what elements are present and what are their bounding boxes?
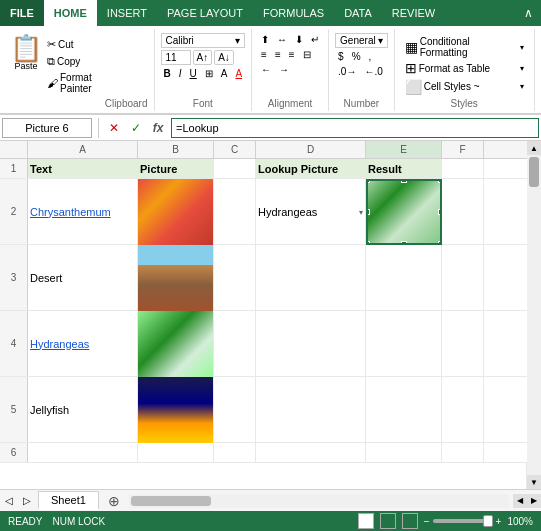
- comma-btn[interactable]: ,: [366, 50, 375, 63]
- cell-D3[interactable]: [256, 245, 366, 310]
- scroll-right-btn[interactable]: ▶: [527, 494, 541, 508]
- cell-D6[interactable]: [256, 443, 366, 462]
- cell-A3[interactable]: Desert: [28, 245, 138, 310]
- cell-E2[interactable]: [366, 179, 442, 245]
- zoom-minus-btn[interactable]: −: [424, 516, 430, 527]
- horiz-scroll-area[interactable]: [129, 494, 509, 508]
- cell-styles-btn[interactable]: ⬜ Cell Styles ~ ▾: [401, 78, 528, 96]
- cell-D1[interactable]: Lookup Picture: [256, 159, 366, 178]
- cell-F6[interactable]: [442, 443, 484, 462]
- currency-btn[interactable]: $: [335, 50, 347, 63]
- page-layout-view-btn[interactable]: [380, 513, 396, 529]
- confirm-btn[interactable]: ✓: [127, 119, 145, 137]
- zoom-slider[interactable]: − +: [424, 516, 502, 527]
- col-header-E[interactable]: E: [366, 141, 442, 158]
- cell-C4[interactable]: [214, 311, 256, 376]
- selection-handle-tm[interactable]: [401, 179, 407, 183]
- cancel-btn[interactable]: ✕: [105, 119, 123, 137]
- tab-insert[interactable]: INSERT: [97, 0, 157, 26]
- cell-C5[interactable]: [214, 377, 256, 442]
- align-right-btn[interactable]: ≡: [286, 48, 298, 61]
- cell-E3[interactable]: [366, 245, 442, 310]
- merge-btn[interactable]: ⊟: [300, 48, 314, 61]
- border-btn[interactable]: ⊞: [202, 67, 216, 80]
- add-sheet-btn[interactable]: ⊕: [103, 492, 125, 510]
- cell-A2[interactable]: Chrysanthemum: [28, 179, 138, 244]
- align-top-btn[interactable]: ⬆: [258, 33, 272, 46]
- zoom-track[interactable]: [433, 519, 493, 523]
- cell-B2[interactable]: [138, 179, 214, 245]
- bold-btn[interactable]: B: [161, 67, 174, 80]
- format-painter-button[interactable]: 🖌 Format Painter: [44, 71, 103, 95]
- cell-B5[interactable]: [138, 377, 214, 443]
- tab-review[interactable]: REVIEW: [382, 0, 445, 26]
- cell-C3[interactable]: [214, 245, 256, 310]
- tab-formulas[interactable]: FORMULAS: [253, 0, 334, 26]
- cell-C1[interactable]: [214, 159, 256, 178]
- paste-button[interactable]: 📋 Paste: [10, 33, 42, 73]
- cell-A5[interactable]: Jellyfish: [28, 377, 138, 442]
- cell-B3[interactable]: [138, 245, 214, 311]
- scroll-left-btn[interactable]: ◀: [513, 494, 527, 508]
- cell-F2[interactable]: [442, 179, 484, 244]
- scroll-thumb-vert[interactable]: [529, 157, 539, 187]
- col-header-A[interactable]: A: [28, 141, 138, 158]
- vertical-scrollbar[interactable]: ▲ ▼: [527, 141, 541, 489]
- align-bottom-btn[interactable]: ⬇: [292, 33, 306, 46]
- zoom-plus-btn[interactable]: +: [496, 516, 502, 527]
- format-as-table-btn[interactable]: ⊞ Format as Table ▾: [401, 59, 528, 77]
- normal-view-btn[interactable]: [358, 513, 374, 529]
- indent-right-btn[interactable]: →: [276, 63, 292, 76]
- formula-input[interactable]: [171, 118, 539, 138]
- cell-D2[interactable]: Hydrangeas ▾: [256, 179, 366, 244]
- align-middle-btn[interactable]: ↔: [274, 33, 290, 46]
- tab-home[interactable]: HOME: [44, 0, 97, 26]
- cell-F3[interactable]: [442, 245, 484, 310]
- font-name-select[interactable]: Calibri▾: [161, 33, 246, 48]
- cell-A6[interactable]: [28, 443, 138, 462]
- cell-E4[interactable]: [366, 311, 442, 376]
- increase-decimal-btn[interactable]: .0→: [335, 65, 359, 78]
- cell-F5[interactable]: [442, 377, 484, 442]
- number-format-select[interactable]: General▾: [335, 33, 388, 48]
- scroll-down-btn[interactable]: ▼: [527, 475, 541, 489]
- cell-F4[interactable]: [442, 311, 484, 376]
- tab-data[interactable]: DATA: [334, 0, 382, 26]
- horiz-scroll-thumb[interactable]: [131, 496, 211, 506]
- decrease-decimal-btn[interactable]: ←.0: [361, 65, 385, 78]
- align-left-btn[interactable]: ≡: [258, 48, 270, 61]
- cell-F1[interactable]: [442, 159, 484, 178]
- col-header-F[interactable]: F: [442, 141, 484, 158]
- underline-btn[interactable]: U: [187, 67, 200, 80]
- cell-C6[interactable]: [214, 443, 256, 462]
- cell-D5[interactable]: [256, 377, 366, 442]
- cell-E1[interactable]: Result: [366, 159, 442, 178]
- font-color-btn[interactable]: A: [232, 67, 245, 80]
- sheet-tab-sheet1[interactable]: Sheet1: [38, 491, 99, 510]
- cell-A4[interactable]: Hydrangeas: [28, 311, 138, 376]
- dropdown-arrow-icon[interactable]: ▾: [359, 207, 363, 216]
- cell-E6[interactable]: [366, 443, 442, 462]
- selection-handle-ml[interactable]: [366, 209, 370, 215]
- fx-btn[interactable]: fx: [149, 119, 167, 137]
- col-header-B[interactable]: B: [138, 141, 214, 158]
- indent-left-btn[interactable]: ←: [258, 63, 274, 76]
- col-header-C[interactable]: C: [214, 141, 256, 158]
- align-center-btn[interactable]: ≡: [272, 48, 284, 61]
- conditional-formatting-btn[interactable]: ▦ Conditional Formatting ▾: [401, 35, 528, 59]
- ribbon-collapse-btn[interactable]: ∧: [516, 0, 541, 26]
- decrease-font-btn[interactable]: A↓: [214, 50, 234, 65]
- cut-button[interactable]: ✂ Cut: [44, 37, 103, 52]
- percent-btn[interactable]: %: [349, 50, 364, 63]
- cell-C2[interactable]: [214, 179, 256, 244]
- increase-font-btn[interactable]: A↑: [193, 50, 213, 65]
- cell-E5[interactable]: [366, 377, 442, 442]
- fill-color-btn[interactable]: A: [218, 67, 231, 80]
- cell-B1[interactable]: Picture: [138, 159, 214, 178]
- page-break-view-btn[interactable]: [402, 513, 418, 529]
- font-size-select[interactable]: 11: [161, 50, 191, 65]
- nav-next-sheets-btn[interactable]: ▷: [18, 492, 36, 510]
- selection-handle-tl[interactable]: [366, 179, 370, 183]
- nav-prev-sheets-btn[interactable]: ◁: [0, 492, 18, 510]
- cell-A1[interactable]: Text: [28, 159, 138, 178]
